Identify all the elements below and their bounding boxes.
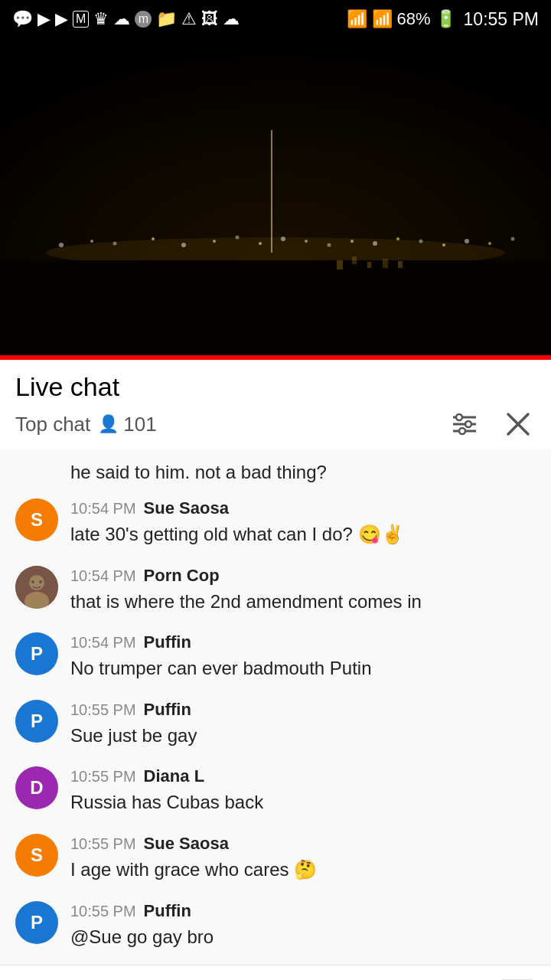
status-bar: 💬 ▶ ▶ M ♛ ☁ m 📁 ⚠ 🖼 ☁ 📶 📶 68% 🔋 10:55 PM <box>0 0 551 38</box>
list-item: 10:54 PM Porn Cop that is where the 2nd … <box>0 557 551 624</box>
avatar: S <box>15 498 58 541</box>
filter-button[interactable] <box>447 407 482 442</box>
message-author: Sue Saosa <box>144 498 229 518</box>
svg-rect-26 <box>383 259 388 268</box>
partial-message-text: he said to him. not a bad thing? <box>70 462 327 482</box>
svg-point-10 <box>281 237 285 241</box>
svg-rect-24 <box>352 256 357 264</box>
crown-icon: ♛ <box>93 9 109 29</box>
svg-point-15 <box>396 237 399 240</box>
svg-rect-27 <box>398 261 403 268</box>
message-time: 10:55 PM <box>70 903 136 920</box>
message-author: Puffin <box>144 901 191 921</box>
svg-point-12 <box>328 243 331 247</box>
avatar: P <box>15 700 58 743</box>
message-content: 10:54 PM Porn Cop that is where the 2nd … <box>70 566 536 615</box>
avatar <box>15 566 58 609</box>
photo-icon: 🖼 <box>201 9 218 29</box>
svg-point-13 <box>350 240 354 243</box>
svg-point-3 <box>90 240 93 243</box>
svg-point-18 <box>465 239 469 243</box>
close-icon <box>504 410 533 439</box>
viewer-count: 👤 101 <box>98 413 156 436</box>
cloud-icon2: ☁ <box>223 9 240 29</box>
message-text: that is where the 2nd amendment comes in <box>70 589 536 615</box>
avatar: P <box>15 632 58 675</box>
message-author: Porn Cop <box>144 566 220 586</box>
svg-point-19 <box>488 242 491 245</box>
chat-header: Live chat Top chat 👤 101 <box>0 360 551 449</box>
top-chat-label[interactable]: Top chat <box>15 413 90 436</box>
status-time: 10:55 PM <box>464 9 539 30</box>
folder-icon: 📁 <box>156 9 177 29</box>
filter-icon <box>450 410 479 439</box>
message-time: 10:54 PM <box>70 634 136 652</box>
svg-point-4 <box>113 242 117 246</box>
svg-point-16 <box>419 240 423 243</box>
chat-input-area: ☺ <box>0 965 551 980</box>
svg-point-5 <box>152 237 155 240</box>
partial-message: he said to him. not a bad thing? <box>0 456 551 489</box>
wifi-icon: 📶 <box>347 9 367 29</box>
svg-point-14 <box>373 241 377 246</box>
svg-point-6 <box>181 243 186 247</box>
svg-point-40 <box>31 580 34 583</box>
message-author: Puffin <box>144 700 191 720</box>
cityscape-svg <box>0 38 551 360</box>
avatar: P <box>15 901 58 944</box>
svg-point-33 <box>465 421 471 427</box>
list-item: P 10:55 PM Puffin @Sue go gay bro <box>0 892 551 959</box>
message-time: 10:54 PM <box>70 500 136 518</box>
msg-icon: 💬 <box>12 9 33 29</box>
message-author: Sue Saosa <box>144 834 229 854</box>
list-item: P 10:55 PM Puffin Sue just be gay <box>0 691 551 758</box>
m-icon: M <box>73 11 89 28</box>
message-time: 10:54 PM <box>70 567 136 585</box>
message-text: No trumper can ever badmouth Putin <box>70 655 536 681</box>
svg-point-34 <box>459 428 465 434</box>
cloud-icon1: ☁ <box>113 9 130 29</box>
message-content: 10:54 PM Puffin No trumper can ever badm… <box>70 632 536 681</box>
alert-icon: ⚠ <box>181 9 197 29</box>
message-content: 10:55 PM Sue Saosa I age with grace who … <box>70 834 536 883</box>
avatar-img <box>15 566 58 609</box>
message-text: late 30's getting old what can I do? 😋✌ <box>70 521 536 547</box>
yt-icon2: ▶ <box>55 9 68 29</box>
svg-rect-28 <box>0 355 551 360</box>
send-button[interactable] <box>496 975 539 980</box>
close-button[interactable] <box>500 407 536 442</box>
message-author: Puffin <box>144 632 191 652</box>
viewer-number: 101 <box>123 413 156 436</box>
chat-panel: Live chat Top chat 👤 101 <box>0 360 551 980</box>
message-time: 10:55 PM <box>70 835 136 853</box>
svg-point-41 <box>39 580 42 583</box>
message-author: Diana L <box>144 766 204 786</box>
svg-point-7 <box>213 240 216 243</box>
svg-point-32 <box>456 414 462 420</box>
chat-messages: he said to him. not a bad thing? S 10:54… <box>0 449 551 965</box>
emoji-button[interactable]: ☺ <box>12 976 52 980</box>
battery-icon: 🔋 <box>435 9 456 29</box>
svg-point-9 <box>259 242 262 245</box>
m2-icon: m <box>135 11 152 28</box>
list-item: S 10:54 PM Sue Saosa late 30's getting o… <box>0 489 551 557</box>
yt-icon1: ▶ <box>37 9 51 29</box>
message-text: Russia has Cubas back <box>70 789 536 815</box>
svg-point-2 <box>59 243 64 247</box>
message-content: 10:55 PM Diana L Russia has Cubas back <box>70 766 536 815</box>
svg-point-17 <box>442 243 445 247</box>
svg-point-20 <box>511 237 515 241</box>
status-icons-left: 💬 ▶ ▶ M ♛ ☁ m 📁 ⚠ 🖼 ☁ <box>12 9 240 29</box>
video-area <box>0 38 551 360</box>
message-text: Sue just be gay <box>70 723 536 749</box>
message-content: 10:55 PM Puffin @Sue go gay bro <box>70 901 536 950</box>
svg-rect-25 <box>367 262 371 268</box>
battery-percent: 68% <box>397 9 431 29</box>
avatar: S <box>15 834 58 877</box>
avatar: D <box>15 766 58 809</box>
people-icon: 👤 <box>98 414 119 434</box>
message-content: 10:54 PM Sue Saosa late 30's getting old… <box>70 498 536 547</box>
message-text: @Sue go gay bro <box>70 924 536 950</box>
message-time: 10:55 PM <box>70 768 136 786</box>
message-content: 10:55 PM Puffin Sue just be gay <box>70 700 536 749</box>
